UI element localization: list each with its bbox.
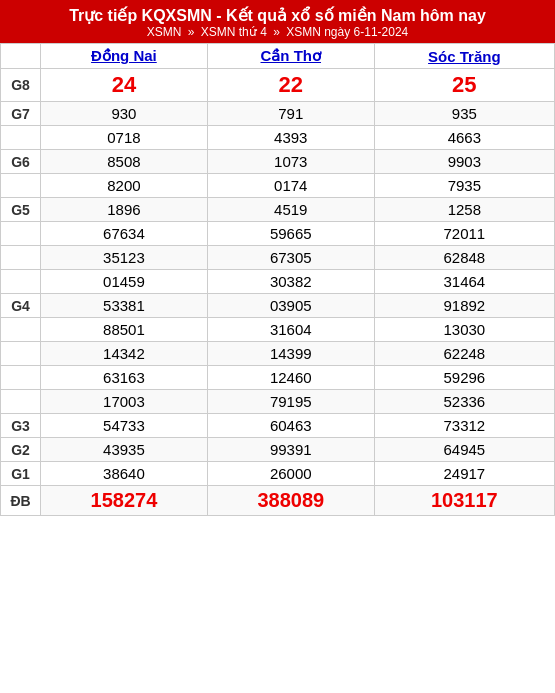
col-soc-trang: Sóc Trăng [374, 44, 554, 69]
prize-value: 24917 [374, 462, 554, 486]
prize-value: 17003 [41, 390, 208, 414]
prize-value: 59665 [207, 222, 374, 246]
prize-value: 9903 [374, 150, 554, 174]
prize-value: 0718 [41, 126, 208, 150]
page-title: Trực tiếp KQXSMN - Kết quả xổ số miền Na… [4, 6, 551, 25]
prize-label: G4 [1, 294, 41, 318]
prize-value: 67634 [41, 222, 208, 246]
breadcrumb: XSMN » XSMN thứ 4 » XSMN ngày 6-11-2024 [4, 25, 551, 39]
prize-label: G6 [1, 150, 41, 174]
prize-value: 935 [374, 102, 554, 126]
prize-label [1, 126, 41, 150]
prize-value: 35123 [41, 246, 208, 270]
prize-value: 1073 [207, 150, 374, 174]
prize-value: 72011 [374, 222, 554, 246]
link-xsmn-thu4[interactable]: XSMN thứ 4 [201, 25, 267, 39]
prize-value: 59296 [374, 366, 554, 390]
prize-value: 24 [41, 69, 208, 102]
prize-value: 63163 [41, 366, 208, 390]
prize-value: 4393 [207, 126, 374, 150]
prize-value: 79195 [207, 390, 374, 414]
prize-value: 1258 [374, 198, 554, 222]
link-xsmn-date[interactable]: XSMN ngày 6-11-2024 [286, 25, 408, 39]
col-dong-nai: Đồng Nai [41, 44, 208, 69]
prize-value: 88501 [41, 318, 208, 342]
prize-value: 930 [41, 102, 208, 126]
prize-value: 67305 [207, 246, 374, 270]
prize-value: 31464 [374, 270, 554, 294]
link-xsmn[interactable]: XSMN [147, 25, 182, 39]
prize-value: 25 [374, 69, 554, 102]
prize-value: 12460 [207, 366, 374, 390]
prize-value: 7935 [374, 174, 554, 198]
prize-value: 73312 [374, 414, 554, 438]
prize-value: 31604 [207, 318, 374, 342]
prize-value: 13030 [374, 318, 554, 342]
prize-label: G5 [1, 198, 41, 222]
header: Trực tiếp KQXSMN - Kết quả xổ số miền Na… [0, 0, 555, 43]
prize-value: 62248 [374, 342, 554, 366]
prize-value: 4663 [374, 126, 554, 150]
prize-label [1, 366, 41, 390]
prize-label: G1 [1, 462, 41, 486]
prize-value: 158274 [41, 486, 208, 516]
prize-value: 38640 [41, 462, 208, 486]
prize-value: 8200 [41, 174, 208, 198]
results-table: Đồng Nai Cần Thơ Sóc Trăng G8242225G7930… [0, 43, 555, 516]
prize-value: 22 [207, 69, 374, 102]
prize-label: G2 [1, 438, 41, 462]
prize-value: 14399 [207, 342, 374, 366]
prize-value: 01459 [41, 270, 208, 294]
prize-value: 103117 [374, 486, 554, 516]
prize-value: 64945 [374, 438, 554, 462]
prize-value: 99391 [207, 438, 374, 462]
prize-label [1, 318, 41, 342]
prize-value: 4519 [207, 198, 374, 222]
prize-value: 8508 [41, 150, 208, 174]
prize-value: 791 [207, 102, 374, 126]
prize-label: ĐB [1, 486, 41, 516]
prize-label [1, 270, 41, 294]
prize-label [1, 342, 41, 366]
prize-label: G7 [1, 102, 41, 126]
label-header [1, 44, 41, 69]
prize-value: 60463 [207, 414, 374, 438]
prize-value: 62848 [374, 246, 554, 270]
prize-value: 1896 [41, 198, 208, 222]
prize-value: 14342 [41, 342, 208, 366]
prize-value: 54733 [41, 414, 208, 438]
prize-label [1, 174, 41, 198]
prize-value: 52336 [374, 390, 554, 414]
prize-label: G3 [1, 414, 41, 438]
prize-label [1, 246, 41, 270]
prize-value: 91892 [374, 294, 554, 318]
prize-value: 0174 [207, 174, 374, 198]
prize-label [1, 390, 41, 414]
col-can-tho: Cần Thơ [207, 44, 374, 69]
prize-value: 30382 [207, 270, 374, 294]
prize-value: 03905 [207, 294, 374, 318]
prize-label [1, 222, 41, 246]
prize-value: 388089 [207, 486, 374, 516]
prize-value: 53381 [41, 294, 208, 318]
prize-label: G8 [1, 69, 41, 102]
prize-value: 26000 [207, 462, 374, 486]
prize-value: 43935 [41, 438, 208, 462]
